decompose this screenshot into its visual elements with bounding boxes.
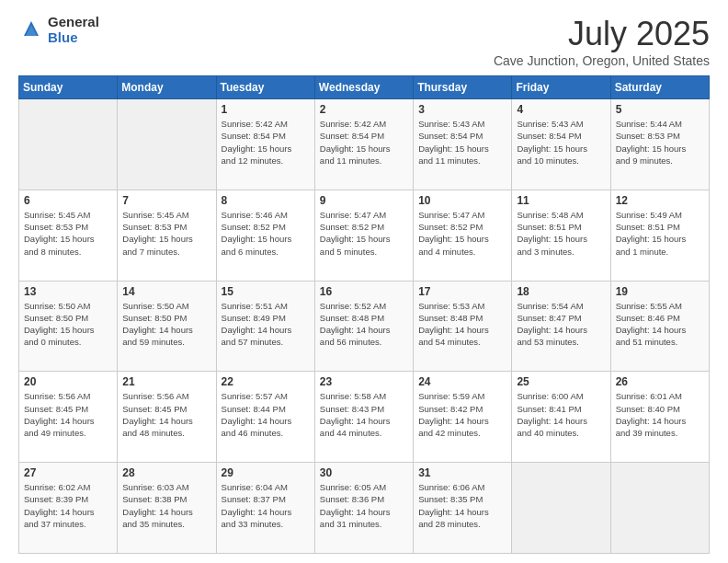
calendar-week-1: 1Sunrise: 5:42 AM Sunset: 8:54 PM Daylig… [19,99,710,190]
day-number: 9 [320,194,408,207]
day-info: Sunrise: 5:46 AM Sunset: 8:52 PM Dayligh… [222,209,310,258]
calendar-cell: 5Sunrise: 5:44 AM Sunset: 8:53 PM Daylig… [610,99,709,190]
day-number: 12 [616,194,704,207]
day-number: 4 [517,103,605,116]
day-info: Sunrise: 6:00 AM Sunset: 8:41 PM Dayligh… [517,390,605,439]
day-info: Sunrise: 6:06 AM Sunset: 8:35 PM Dayligh… [418,481,506,530]
day-info: Sunrise: 5:54 AM Sunset: 8:47 PM Dayligh… [517,300,605,349]
day-info: Sunrise: 6:05 AM Sunset: 8:36 PM Dayligh… [320,481,408,530]
day-number: 29 [222,466,310,479]
title-block: July 2025 Cave Junction, Oregon, United … [494,15,710,68]
day-info: Sunrise: 5:42 AM Sunset: 8:54 PM Dayligh… [222,118,310,167]
day-info: Sunrise: 5:48 AM Sunset: 8:51 PM Dayligh… [517,209,605,258]
header: General Blue July 2025 Cave Junction, Or… [18,15,710,68]
day-number: 22 [222,375,310,388]
day-number: 11 [517,194,605,207]
calendar-header-thursday: Thursday [414,76,512,99]
day-info: Sunrise: 5:52 AM Sunset: 8:48 PM Dayligh… [320,300,408,349]
calendar-cell: 29Sunrise: 6:04 AM Sunset: 8:37 PM Dayli… [216,463,314,554]
day-number: 17 [418,285,506,298]
day-info: Sunrise: 6:04 AM Sunset: 8:37 PM Dayligh… [222,481,310,530]
calendar-week-3: 13Sunrise: 5:50 AM Sunset: 8:50 PM Dayli… [19,281,710,372]
calendar-cell: 3Sunrise: 5:43 AM Sunset: 8:54 PM Daylig… [414,99,512,190]
calendar-cell: 2Sunrise: 5:42 AM Sunset: 8:54 PM Daylig… [314,99,413,190]
logo-general-label: General [48,15,99,30]
day-number: 27 [24,466,112,479]
calendar-cell: 11Sunrise: 5:48 AM Sunset: 8:51 PM Dayli… [512,190,610,281]
day-info: Sunrise: 5:45 AM Sunset: 8:53 PM Dayligh… [122,209,210,258]
subtitle: Cave Junction, Oregon, United States [494,53,710,68]
day-number: 26 [616,375,704,388]
day-info: Sunrise: 5:51 AM Sunset: 8:49 PM Dayligh… [222,300,310,349]
calendar-week-5: 27Sunrise: 6:02 AM Sunset: 8:39 PM Dayli… [19,463,710,554]
day-number: 8 [222,194,310,207]
calendar-header-saturday: Saturday [610,76,709,99]
day-number: 24 [418,375,506,388]
day-number: 21 [122,375,210,388]
day-number: 7 [122,194,210,207]
calendar-week-2: 6Sunrise: 5:45 AM Sunset: 8:53 PM Daylig… [19,190,710,281]
day-info: Sunrise: 5:49 AM Sunset: 8:51 PM Dayligh… [616,209,704,258]
day-info: Sunrise: 5:55 AM Sunset: 8:46 PM Dayligh… [616,300,704,349]
day-number: 2 [320,103,408,116]
day-info: Sunrise: 5:50 AM Sunset: 8:50 PM Dayligh… [24,300,112,349]
day-number: 31 [418,466,506,479]
calendar-header-row: SundayMondayTuesdayWednesdayThursdayFrid… [19,76,710,99]
calendar-header-sunday: Sunday [19,76,118,99]
calendar-header-wednesday: Wednesday [314,76,413,99]
logo: General Blue [18,15,99,45]
page: General Blue July 2025 Cave Junction, Or… [0,0,728,563]
calendar-cell: 8Sunrise: 5:46 AM Sunset: 8:52 PM Daylig… [216,190,314,281]
calendar-cell: 19Sunrise: 5:55 AM Sunset: 8:46 PM Dayli… [610,281,709,372]
calendar-cell: 21Sunrise: 5:56 AM Sunset: 8:45 PM Dayli… [118,372,216,463]
calendar-cell: 31Sunrise: 6:06 AM Sunset: 8:35 PM Dayli… [414,463,512,554]
calendar-cell: 25Sunrise: 6:00 AM Sunset: 8:41 PM Dayli… [512,372,610,463]
day-number: 28 [122,466,210,479]
calendar-cell: 28Sunrise: 6:03 AM Sunset: 8:38 PM Dayli… [118,463,216,554]
calendar-cell: 17Sunrise: 5:53 AM Sunset: 8:48 PM Dayli… [414,281,512,372]
calendar-cell [118,99,216,190]
calendar-cell: 27Sunrise: 6:02 AM Sunset: 8:39 PM Dayli… [19,463,118,554]
calendar-cell: 22Sunrise: 5:57 AM Sunset: 8:44 PM Dayli… [216,372,314,463]
calendar-cell: 7Sunrise: 5:45 AM Sunset: 8:53 PM Daylig… [118,190,216,281]
calendar-cell [610,463,709,554]
calendar-cell: 14Sunrise: 5:50 AM Sunset: 8:50 PM Dayli… [118,281,216,372]
calendar-cell: 26Sunrise: 6:01 AM Sunset: 8:40 PM Dayli… [610,372,709,463]
day-number: 19 [616,285,704,298]
day-info: Sunrise: 6:01 AM Sunset: 8:40 PM Dayligh… [616,390,704,439]
calendar-cell: 16Sunrise: 5:52 AM Sunset: 8:48 PM Dayli… [314,281,413,372]
day-number: 25 [517,375,605,388]
logo-icon [18,17,44,43]
day-number: 3 [418,103,506,116]
main-title: July 2025 [494,15,710,53]
calendar-cell: 18Sunrise: 5:54 AM Sunset: 8:47 PM Dayli… [512,281,610,372]
day-number: 18 [517,285,605,298]
day-number: 5 [616,103,704,116]
day-number: 30 [320,466,408,479]
day-info: Sunrise: 5:43 AM Sunset: 8:54 PM Dayligh… [418,118,506,167]
day-info: Sunrise: 5:57 AM Sunset: 8:44 PM Dayligh… [222,390,310,439]
day-info: Sunrise: 5:53 AM Sunset: 8:48 PM Dayligh… [418,300,506,349]
calendar-cell: 13Sunrise: 5:50 AM Sunset: 8:50 PM Dayli… [19,281,118,372]
day-info: Sunrise: 5:50 AM Sunset: 8:50 PM Dayligh… [122,300,210,349]
calendar-cell: 24Sunrise: 5:59 AM Sunset: 8:42 PM Dayli… [414,372,512,463]
day-number: 10 [418,194,506,207]
day-info: Sunrise: 5:45 AM Sunset: 8:53 PM Dayligh… [24,209,112,258]
day-info: Sunrise: 5:58 AM Sunset: 8:43 PM Dayligh… [320,390,408,439]
calendar-week-4: 20Sunrise: 5:56 AM Sunset: 8:45 PM Dayli… [19,372,710,463]
logo-text: General Blue [48,15,99,45]
calendar-header-tuesday: Tuesday [216,76,314,99]
calendar-cell: 30Sunrise: 6:05 AM Sunset: 8:36 PM Dayli… [314,463,413,554]
calendar-cell [512,463,610,554]
calendar-cell: 10Sunrise: 5:47 AM Sunset: 8:52 PM Dayli… [414,190,512,281]
day-number: 6 [24,194,112,207]
day-number: 23 [320,375,408,388]
day-info: Sunrise: 5:56 AM Sunset: 8:45 PM Dayligh… [24,390,112,439]
calendar-cell: 1Sunrise: 5:42 AM Sunset: 8:54 PM Daylig… [216,99,314,190]
day-number: 20 [24,375,112,388]
calendar-table: SundayMondayTuesdayWednesdayThursdayFrid… [18,75,710,554]
day-info: Sunrise: 5:56 AM Sunset: 8:45 PM Dayligh… [122,390,210,439]
day-info: Sunrise: 5:47 AM Sunset: 8:52 PM Dayligh… [418,209,506,258]
day-number: 13 [24,285,112,298]
day-info: Sunrise: 5:47 AM Sunset: 8:52 PM Dayligh… [320,209,408,258]
